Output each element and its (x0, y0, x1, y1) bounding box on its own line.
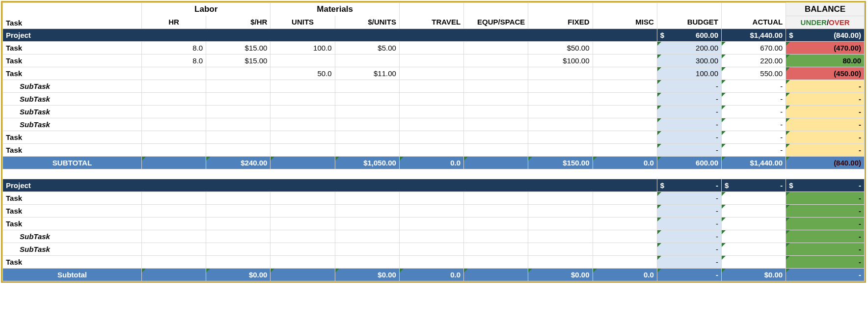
subtotal-labor[interactable]: $0.00 (206, 268, 271, 281)
cell-equip[interactable] (464, 54, 528, 67)
table-row[interactable]: Task50.0$11.00100.00550.00(450.00) (3, 67, 865, 80)
subtotal-travel[interactable]: 0.0 (399, 156, 463, 169)
cell-misc[interactable] (593, 143, 657, 156)
cell-balance[interactable]: - (786, 80, 865, 92)
project-label[interactable]: Project (3, 179, 657, 191)
cell-misc[interactable] (593, 41, 657, 54)
row-label[interactable]: Task (3, 54, 142, 67)
subtotal-actual[interactable]: $0.00 (721, 268, 786, 281)
table-row[interactable]: SubTask-- (3, 243, 865, 255)
project-row[interactable]: Project $- $- $- (3, 179, 865, 191)
cell-equip[interactable] (464, 131, 528, 143)
cell-balance[interactable]: - (786, 118, 865, 131)
cell-budget[interactable]: - (657, 105, 721, 118)
cell-units[interactable] (271, 92, 335, 105)
subtotal-row[interactable]: SUBTOTAL $240.00 $1,050.00 0.0 $150.00 0… (3, 156, 865, 169)
cell-actual[interactable]: 550.00 (721, 67, 786, 80)
cell-budget[interactable]: - (657, 243, 721, 255)
cell-rate[interactable]: $15.00 (206, 41, 271, 54)
cell-fixed[interactable]: $100.00 (528, 54, 593, 67)
cell-equip[interactable] (464, 143, 528, 156)
cell-unit-rate[interactable] (335, 105, 399, 118)
cell-balance[interactable]: 80.00 (786, 54, 865, 67)
cell-travel[interactable] (399, 131, 463, 143)
cell-budget[interactable]: - (657, 118, 721, 131)
cell-balance[interactable]: - (786, 191, 865, 204)
cell-unit-rate[interactable] (335, 80, 399, 92)
cell-balance[interactable]: - (786, 105, 865, 118)
table-row[interactable]: Task8.0$15.00$100.00300.00220.0080.00 (3, 54, 865, 67)
cell-balance[interactable]: (450.00) (786, 67, 865, 80)
cell-unit-rate[interactable]: $5.00 (335, 41, 399, 54)
cell-travel[interactable] (399, 105, 463, 118)
row-label[interactable]: Task (3, 191, 142, 204)
cell-rate[interactable] (206, 67, 271, 80)
cell-misc[interactable] (593, 92, 657, 105)
cell-rate[interactable] (206, 105, 271, 118)
header-misc[interactable]: MISC (593, 16, 657, 28)
subtotal-equip[interactable] (464, 268, 528, 281)
header-hr[interactable]: HR (141, 16, 206, 28)
header-budget[interactable]: BUDGET (657, 16, 721, 28)
subtotal-equip[interactable] (464, 156, 528, 169)
cell-units[interactable] (271, 80, 335, 92)
cell-actual[interactable]: 220.00 (721, 54, 786, 67)
cell-actual[interactable]: - (721, 143, 786, 156)
cell-budget[interactable]: - (657, 204, 721, 217)
cell-actual[interactable]: - (721, 80, 786, 92)
subtotal-materials[interactable]: $1,050.00 (335, 156, 399, 169)
subtotal-misc[interactable]: 0.0 (593, 268, 657, 281)
cell-fixed[interactable] (528, 118, 593, 131)
budget-spreadsheet[interactable]: Task Labor Materials BALANCE HR $/HR UNI… (1, 1, 866, 283)
table-row[interactable]: Task--- (3, 131, 865, 143)
cell-actual[interactable] (721, 191, 786, 204)
subtotal-actual[interactable]: $1,440.00 (721, 156, 786, 169)
cell-travel[interactable] (399, 41, 463, 54)
subtotal-fixed[interactable]: $150.00 (528, 156, 593, 169)
cell-actual[interactable]: 670.00 (721, 41, 786, 54)
row-label[interactable]: SubTask (3, 80, 142, 92)
cell-misc[interactable] (593, 80, 657, 92)
cell-budget[interactable]: 100.00 (657, 67, 721, 80)
cell-rate[interactable] (206, 143, 271, 156)
cell-rate[interactable] (206, 131, 271, 143)
header-task[interactable]: Task (3, 3, 142, 29)
cell-fixed[interactable] (528, 67, 593, 80)
cell-balance[interactable]: - (786, 143, 865, 156)
table-row[interactable]: SubTask--- (3, 92, 865, 105)
project-balance[interactable]: $- (786, 179, 865, 191)
row-label[interactable]: SubTask (3, 243, 142, 255)
cell-equip[interactable] (464, 105, 528, 118)
cell-equip[interactable] (464, 41, 528, 54)
cell-fixed[interactable] (528, 80, 593, 92)
project-budget[interactable]: $- (657, 179, 721, 191)
cell-balance[interactable]: - (786, 217, 865, 230)
cell-budget[interactable]: - (657, 143, 721, 156)
subtotal-materials[interactable]: $0.00 (335, 268, 399, 281)
subtotal-travel[interactable]: 0.0 (399, 268, 463, 281)
cell-travel[interactable] (399, 143, 463, 156)
table-row[interactable]: Task-- (3, 191, 865, 204)
cell-travel[interactable] (399, 54, 463, 67)
subtotal-balance[interactable]: - (786, 268, 865, 281)
cell-units[interactable] (271, 118, 335, 131)
subtotal-balance[interactable]: (840.00) (786, 156, 865, 169)
cell-budget[interactable]: - (657, 230, 721, 243)
subtotal-fixed[interactable]: $0.00 (528, 268, 593, 281)
table-row[interactable]: Task-- (3, 204, 865, 217)
cell-travel[interactable] (399, 67, 463, 80)
cell-actual[interactable]: - (721, 92, 786, 105)
project-balance[interactable]: $(840.00) (786, 28, 865, 41)
cell-budget[interactable]: - (657, 191, 721, 204)
row-label[interactable]: SubTask (3, 105, 142, 118)
cell-travel[interactable] (399, 80, 463, 92)
cell-fixed[interactable] (528, 92, 593, 105)
subtotal-row[interactable]: Subtotal $0.00 $0.00 0.0 $0.00 0.0 - $0.… (3, 268, 865, 281)
cell-fixed[interactable]: $50.00 (528, 41, 593, 54)
cell-units[interactable] (271, 131, 335, 143)
cell-rate[interactable] (206, 80, 271, 92)
header-rate[interactable]: $/HR (206, 16, 271, 28)
cell-misc[interactable] (593, 131, 657, 143)
cell-travel[interactable] (399, 118, 463, 131)
cell-misc[interactable] (593, 54, 657, 67)
